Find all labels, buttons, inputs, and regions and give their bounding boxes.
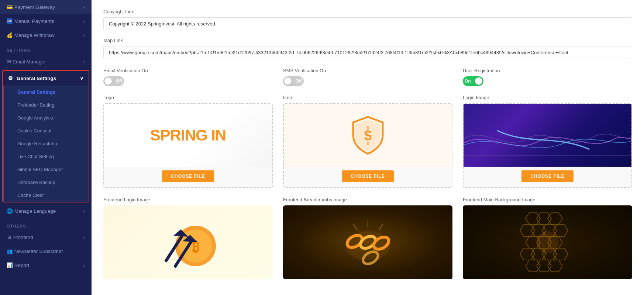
svg-line-16	[379, 224, 383, 230]
others-section-label: OTHERS	[0, 218, 92, 230]
sms-verification-toggle[interactable]: Off	[283, 76, 304, 86]
sidebar: 💳 Payment Gateway › 🏧 Manual Payments › …	[0, 0, 92, 295]
sidebar-item-label: Frontend	[13, 235, 33, 240]
icon-upload-box: $ CHOOSE FILE	[283, 103, 452, 188]
sidebar-item-manual-payments[interactable]: 🏧 Manual Payments ›	[0, 14, 92, 28]
sidebar-item-frontend[interactable]: 🖥 Frontend ›	[0, 230, 92, 244]
chevron-right-icon: ›	[83, 59, 85, 65]
copyright-input[interactable]	[103, 17, 632, 30]
logo-upload-box: SPRING IN CHOOSE FILE	[103, 103, 273, 188]
sidebar-item-label: Manage Language	[14, 208, 56, 214]
email-verification-label: Email Verification On	[103, 68, 273, 73]
submenu-label: Cache Clear	[17, 192, 44, 198]
chain-svg	[331, 205, 405, 279]
submenu-label: Google Recaptcha	[17, 141, 57, 146]
svg-text:$: $	[364, 128, 371, 143]
submenu-item-database-backup[interactable]: Database Backup	[4, 176, 89, 189]
image-upload-row: Logo SPRING IN CHOOSE FILE Icon	[103, 95, 632, 188]
frontend-main-bg-label: Frontend Main Background Image	[463, 197, 632, 202]
main-content: Copyright Link Map Link Email Verificati…	[92, 0, 644, 295]
chevron-right-icon: ›	[83, 235, 85, 240]
user-registration-toggle[interactable]: On	[463, 76, 483, 86]
sidebar-item-manage-withdraw[interactable]: 💰 Manage Withdraw ›	[0, 28, 92, 42]
map-section: Map Link	[103, 38, 632, 59]
submenu-label: Database Backup	[17, 180, 55, 185]
map-label: Map Link	[103, 38, 632, 43]
svg-marker-32	[526, 260, 540, 272]
submenu-label: Live Chat Setting	[17, 154, 54, 159]
submenu-label: Cookie Consent	[17, 128, 52, 133]
chevron-right-icon: ›	[83, 18, 85, 24]
sidebar-item-label: Manage Withdraw	[14, 32, 55, 38]
submenu-label: Global SEO Manager	[17, 167, 63, 172]
frontend-breadcrumbs-col: Frontend Breadcrumbs Image	[283, 197, 452, 279]
logo-col: Logo SPRING IN CHOOSE FILE	[103, 95, 273, 188]
login-image-upload-box: CHOOSE FILE	[463, 103, 632, 188]
wallet-icon: 💰	[7, 32, 13, 38]
users-icon: 👥	[7, 249, 13, 254]
sidebar-item-payment-gateway[interactable]: 💳 Payment Gateway ›	[0, 0, 92, 14]
sidebar-item-label: Manual Payments	[14, 18, 54, 24]
sidebar-item-manage-language[interactable]: 🌐 Manage Language ›	[0, 204, 92, 218]
sidebar-item-label: Newsletter Subscriber	[14, 249, 63, 254]
submenu-item-cache-clear[interactable]: Cache Clear	[4, 189, 89, 202]
icon-col: Icon $ CHOOSE FILE	[283, 95, 452, 188]
sidebar-item-general-settings-parent: ⚙ General Settings ∨ General Settings Pr…	[2, 70, 89, 202]
login-image-label: Login Image	[463, 95, 632, 100]
sms-verification-col: SMS Verification On Off	[283, 68, 452, 86]
sidebar-item-general-settings[interactable]: ⚙ General Settings ∨	[3, 71, 89, 86]
logo-choose-btn[interactable]: CHOOSE FILE	[162, 170, 214, 182]
login-image-preview	[464, 104, 631, 167]
chevron-right-icon: ›	[83, 32, 85, 38]
icon-choose-btn[interactable]: CHOOSE FILE	[342, 170, 393, 182]
login-image-choose-btn[interactable]: CHOOSE FILE	[521, 170, 573, 182]
submenu-item-live-chat-setting[interactable]: Live Chat Setting	[4, 150, 89, 163]
toggle-state-label: On	[465, 79, 471, 84]
sidebar-item-label: Report	[14, 263, 30, 268]
verification-row: Email Verification On Off SMS Verificati…	[103, 68, 632, 86]
toggle-state-label: Off	[296, 79, 302, 84]
frontend-login-image: ₿	[103, 205, 273, 279]
submenu-item-preloader-setting[interactable]: Preloader Setting	[4, 98, 89, 111]
sidebar-item-label: General Settings	[17, 76, 56, 81]
toggle-knob	[475, 77, 482, 85]
svg-marker-34	[548, 260, 562, 272]
svg-line-17	[353, 224, 358, 230]
globe-icon: 🌐	[7, 208, 13, 214]
bottom-images-row: Frontend Login Image ₿	[103, 197, 632, 279]
frontend-login-label: Frontend Login Image	[103, 197, 273, 202]
frontend-breadcrumbs-image	[283, 205, 452, 279]
gear-icon: ⚙	[8, 75, 13, 81]
user-registration-label: User Registration	[463, 68, 632, 73]
submenu-item-cookie-consent[interactable]: Cookie Consent	[4, 124, 89, 137]
frontend-breadcrumbs-label: Frontend Breadcrumbs Image	[283, 197, 452, 202]
submenu-item-google-recaptcha[interactable]: Google Recaptcha	[4, 137, 89, 150]
copyright-section: Copyright Link	[103, 9, 632, 30]
sidebar-item-newsletter-subscriber[interactable]: 👥 Newsletter Subscriber	[0, 244, 92, 258]
chevron-down-icon: ∨	[80, 75, 83, 81]
submenu-item-google-analytics[interactable]: Google Analytics	[4, 111, 89, 124]
svg-marker-20	[548, 213, 562, 225]
submenu-label: Google Analytics	[17, 115, 53, 121]
login-image-col: Login Image CHOOSE FILE	[463, 95, 632, 188]
sidebar-item-report[interactable]: 📊 Report ›	[0, 258, 92, 272]
svg-marker-28	[520, 248, 535, 260]
sidebar-item-label: Payment Gateway	[14, 4, 55, 10]
email-verification-col: Email Verification On Off	[103, 68, 273, 86]
sms-verification-label: SMS Verification On	[283, 68, 452, 73]
submenu-item-global-seo-manager[interactable]: Global SEO Manager	[4, 163, 89, 176]
svg-marker-33	[537, 260, 551, 272]
credit-card-icon: 💳	[7, 4, 13, 10]
toggle-knob	[284, 77, 292, 85]
svg-marker-18	[526, 213, 540, 225]
map-input[interactable]	[103, 46, 632, 59]
monitor-icon: 🖥	[7, 235, 12, 240]
email-verification-toggle[interactable]: Off	[103, 76, 124, 86]
logo-label: Logo	[103, 95, 273, 100]
sidebar-item-email-manager[interactable]: ✉ Email Manager ›	[0, 55, 92, 69]
submenu-item-general-settings[interactable]: General Settings	[4, 86, 89, 98]
shield-preview: $	[284, 104, 452, 167]
submenu-label: Preloader Setting	[17, 102, 54, 108]
logo-text: SPRING IN	[150, 126, 226, 144]
frontend-login-col: Frontend Login Image ₿	[103, 197, 273, 279]
